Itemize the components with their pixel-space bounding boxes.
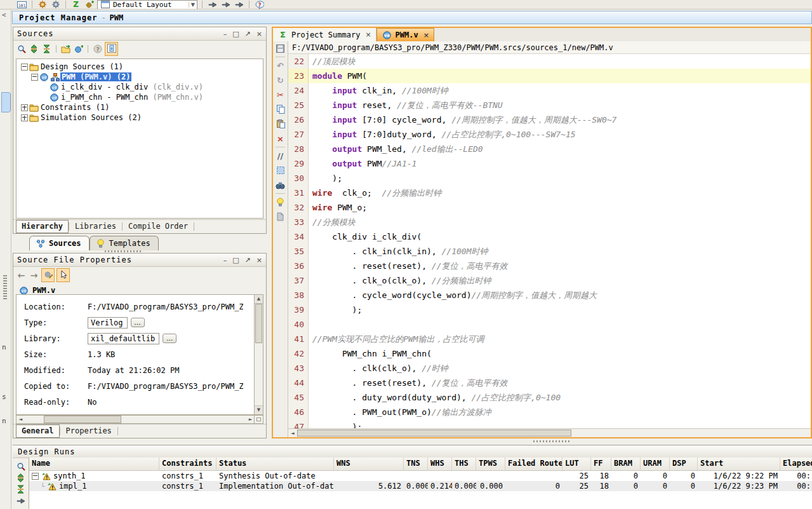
ellipsis-button[interactable]: … [131,318,145,327]
simulation-settings-icon[interactable]: 101 [17,0,27,10]
comment-icon[interactable]: // [275,151,286,161]
search-icon[interactable] [15,461,26,472]
column-header-bram[interactable]: BRAM [611,458,641,470]
editor-tab-pwm-v[interactable]: vePWM.v× [376,28,434,41]
redo-icon[interactable]: ↻ [275,75,286,85]
column-header-failed-routes[interactable]: Failed Routes [505,458,562,470]
tab-libraries[interactable]: Libraries [69,220,122,233]
run-synthesis-icon[interactable] [37,0,48,10]
collapse-icon[interactable] [32,473,39,480]
open-source-icon[interactable] [60,44,71,54]
splitter-handle[interactable] [3,275,7,301]
close-button[interactable]: × [256,30,262,38]
column-header-status[interactable]: Status [216,458,334,470]
design-runs-table[interactable]: NameConstraintsStatusWNSTNSWHSTHSTPWSFai… [29,458,812,509]
save-icon[interactable] [275,43,286,53]
collapsed-panel-tab[interactable] [1,92,11,112]
design-run-row[interactable]: └impl_1constrs_1Implementation Out-of-da… [29,481,812,491]
paste-icon[interactable] [275,119,286,129]
select-mode-icon[interactable] [57,268,70,282]
column-header-ths[interactable]: THS [452,458,476,470]
column-header-elapsed[interactable]: Elapsed [780,458,812,470]
float-button[interactable]: ↗ [245,30,251,38]
ellipsis-button[interactable]: … [163,334,176,343]
editor-horizontal-scrollbar[interactable]: ◄ [288,428,811,437]
copy-icon[interactable] [275,104,286,114]
project-settings-icon[interactable] [50,0,61,10]
properties-horizontal-scrollbar[interactable]: ◄ ► [16,415,255,424]
design-run-row[interactable]: synth_1constrs_1Synthesis Out-of-date251… [29,471,812,481]
collapse-all-icon[interactable] [41,44,52,54]
editor-tab-project-summary[interactable]: ΣProject Summary× [273,28,376,41]
zynq-icon[interactable]: Z [70,0,81,10]
column-header-uram[interactable]: URAM [641,458,670,470]
collapse-icon[interactable] [21,64,28,71]
add-sources-icon[interactable] [73,44,84,54]
minimize-button[interactable]: – [223,30,227,38]
expand-all-icon[interactable] [29,44,39,54]
column-header-ff[interactable]: FF [591,458,611,470]
collapse-icon[interactable] [31,74,38,81]
lightbulb-icon[interactable] [275,197,286,207]
chevron-down-icon[interactable]: ▼ [189,2,195,8]
close-tab-icon[interactable]: × [365,31,371,39]
expand-all-icon[interactable] [15,473,26,483]
tab-general[interactable]: General [16,424,60,438]
close-button[interactable]: × [256,256,262,264]
back-icon[interactable]: ← [16,270,27,280]
undo-icon[interactable]: ↶ [275,60,286,71]
tab-compile-order[interactable]: Compile Order [123,220,194,233]
tree-item[interactable]: Design Sources (1) [17,62,263,72]
step-icon[interactable] [15,496,26,506]
column-header-lut[interactable]: LUT [562,458,591,470]
tab-hierarchy[interactable]: Hierarchy [16,220,69,233]
tree-item[interactable]: Constraints (1) [17,102,263,112]
delete-icon[interactable]: × [275,133,286,144]
find-icon[interactable] [275,180,286,190]
dashboard-icon-1[interactable] [207,0,218,10]
tree-item[interactable]: vei_PWM_chn - PWM_chn (PWM_chn.v) [17,92,263,102]
column-header-wns[interactable]: WNS [334,458,404,470]
column-header-start[interactable]: Start [698,458,780,470]
tree-item[interactable]: vei_clk_div - clk_div (clk_div.v) [17,82,263,92]
help-icon[interactable]: ? [254,0,265,10]
column-header-whs[interactable]: WHS [428,458,452,470]
search-icon[interactable] [16,44,27,54]
code-editor[interactable]: 22//顶层模块23module PWM(24 input clk_in, //… [288,54,811,428]
maximize-button[interactable]: □ [232,30,239,38]
scroll-to-selected-icon[interactable] [105,42,118,56]
expand-icon[interactable] [21,104,28,111]
cut-icon[interactable]: ✂ [275,90,286,100]
column-header-tpws[interactable]: TPWS [476,458,505,470]
layout-selector[interactable]: Default Layout▼ [97,0,197,10]
dashboard-icon-2[interactable] [220,0,231,10]
column-header-name[interactable]: Name [29,458,159,470]
tab-properties[interactable]: Properties [60,424,117,438]
property-value-input[interactable]: xil_defaultlib [88,333,159,344]
panel-tab-sources[interactable]: Sources [29,236,90,250]
tree-item[interactable]: vePWM (PWM.v) (2) [17,72,263,82]
minimize-button[interactable]: – [223,256,227,264]
splitter-handle[interactable] [105,250,143,252]
column-header-dsp[interactable]: DSP [670,458,698,470]
collapse-all-icon[interactable] [15,484,26,494]
property-value-input[interactable]: Verilog [88,317,128,329]
splitter-handle[interactable] [533,440,571,442]
column-header-constraints[interactable]: Constraints [159,458,216,470]
block-select-icon[interactable] [275,165,286,175]
panel-tab-templates[interactable]: Templates [90,236,159,250]
maximize-button[interactable]: □ [232,256,239,264]
snippet-icon[interactable] [275,212,286,222]
properties-vertical-scrollbar[interactable]: ▲ ▼ [254,294,263,415]
float-button[interactable]: ↗ [245,256,251,264]
forward-icon[interactable]: → [29,270,39,280]
resize-grip[interactable] [254,415,263,424]
dashboard-icon-3[interactable] [234,0,244,10]
column-header-tns[interactable]: TNS [404,458,428,470]
expand-icon[interactable] [21,114,28,121]
close-tab-icon[interactable]: × [423,31,429,39]
sources-tree[interactable]: Design Sources (1)vePWM (PWM.v) (2)vei_c… [16,58,263,219]
collapse-panel-icon[interactable]: < [2,11,6,19]
customize-layout-icon[interactable] [84,0,95,10]
properties-settings-icon[interactable] [41,268,55,282]
